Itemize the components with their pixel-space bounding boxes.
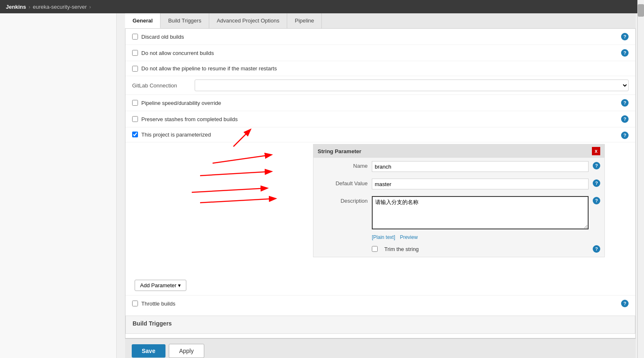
add-parameter-label: Add Parameter: [140, 282, 176, 288]
pipeline-speed-row: Pipeline speed/durability override ?: [125, 95, 635, 111]
parameterized-help-icon[interactable]: ?: [621, 132, 629, 139]
preserve-stashes-row: Preserve stashes from completed builds ?: [125, 111, 635, 127]
param-name-help-icon[interactable]: ?: [593, 162, 600, 169]
top-bar: Jenkins › eureka-security-server ›: [0, 0, 644, 13]
build-triggers-section: Build Triggers: [125, 316, 635, 334]
param-default-label: Default Value: [318, 179, 368, 186]
no-pipeline-resume-label[interactable]: Do not allow the pipeline to resume if t…: [141, 65, 277, 72]
no-concurrent-help-icon[interactable]: ?: [621, 49, 629, 57]
tab-advanced-project-options[interactable]: Advanced Project Options: [209, 13, 287, 28]
sidebar: [0, 13, 117, 358]
plain-text-link[interactable]: [Plain text]: [372, 234, 395, 240]
string-param-header: String Parameter x: [313, 144, 604, 158]
tab-build-triggers[interactable]: Build Triggers: [160, 13, 209, 28]
tab-pipeline[interactable]: Pipeline: [287, 13, 322, 28]
main-layout: General Build Triggers Advanced Project …: [0, 13, 644, 358]
parameterized-checkbox[interactable]: [132, 132, 138, 137]
preserve-stashes-help-icon[interactable]: ?: [621, 115, 629, 123]
throttle-builds-checkbox[interactable]: [132, 301, 138, 306]
brand-label: Jenkins: [6, 4, 26, 10]
breadcrumb-sep1: ›: [28, 4, 30, 10]
param-default-input[interactable]: [372, 179, 589, 189]
param-description-textarea[interactable]: 请输入分支的名称: [372, 196, 589, 229]
string-param-title: String Parameter: [318, 148, 361, 154]
tab-bar: General Build Triggers Advanced Project …: [125, 13, 636, 29]
throttle-builds-row: Throttle builds ?: [125, 295, 635, 311]
trim-checkbox[interactable]: [372, 246, 378, 252]
breadcrumb-sep2: ›: [89, 4, 91, 10]
discard-old-builds-row: Discard old builds ?: [125, 29, 635, 45]
preserve-stashes-checkbox[interactable]: [132, 116, 138, 122]
no-pipeline-resume-checkbox[interactable]: [132, 66, 138, 72]
param-default-help-icon[interactable]: ?: [593, 179, 600, 187]
build-triggers-title: Build Triggers: [133, 320, 628, 327]
throttle-builds-help-icon[interactable]: ?: [621, 300, 629, 307]
apply-button[interactable]: Apply: [169, 344, 204, 358]
string-param-close-button[interactable]: x: [592, 147, 600, 155]
gitlab-connection-label: GitLab Connection: [132, 82, 190, 89]
trim-label[interactable]: Trim the string: [384, 246, 419, 252]
tab-general[interactable]: General: [125, 13, 160, 28]
gitlab-connection-row: GitLab Connection: [125, 76, 635, 95]
no-concurrent-builds-checkbox[interactable]: [132, 50, 138, 56]
pipeline-speed-checkbox[interactable]: [132, 100, 138, 106]
discard-old-builds-help-icon[interactable]: ?: [621, 33, 629, 40]
action-bar: Save Apply: [125, 338, 636, 358]
pipeline-speed-label[interactable]: Pipeline speed/durability override: [141, 100, 221, 106]
config-panel: Discard old builds ? Do not allow concur…: [125, 29, 636, 338]
no-concurrent-builds-label[interactable]: Do not allow concurrent builds: [141, 50, 214, 56]
gitlab-connection-select[interactable]: [195, 80, 629, 91]
param-description-row: Description 请输入分支的名称 ?: [313, 193, 604, 233]
save-button[interactable]: Save: [132, 344, 165, 358]
no-pipeline-resume-row: Do not allow the pipeline to resume if t…: [125, 61, 635, 76]
param-name-input[interactable]: [372, 161, 589, 172]
content-area: General Build Triggers Advanced Project …: [117, 13, 644, 358]
param-name-row: Name ?: [313, 158, 604, 175]
parameterized-row: This project is parameterized ? String P…: [125, 127, 635, 142]
pipeline-speed-help-icon[interactable]: ?: [621, 99, 629, 107]
throttle-builds-label[interactable]: Throttle builds: [141, 301, 175, 307]
param-name-label: Name: [318, 161, 368, 169]
preview-link[interactable]: Preview: [400, 234, 418, 240]
preview-link-row: [Plain text] Preview: [313, 233, 604, 243]
string-parameter-box: String Parameter x Name ? Default Value …: [313, 144, 605, 257]
parameterized-label[interactable]: This project is parameterized: [141, 132, 211, 138]
trim-row: Trim the string ?: [313, 243, 604, 257]
discard-old-builds-checkbox[interactable]: [132, 34, 138, 40]
no-concurrent-builds-row: Do not allow concurrent builds ?: [125, 45, 635, 61]
scrollbar[interactable]: [637, 0, 644, 358]
add-parameter-button[interactable]: Add Parameter ▾: [135, 280, 186, 291]
project-name-label: eureka-security-server: [33, 4, 87, 10]
trim-help-icon[interactable]: ?: [593, 245, 600, 253]
param-default-row: Default Value ?: [313, 175, 604, 193]
discard-old-builds-label[interactable]: Discard old builds: [141, 34, 184, 40]
add-parameter-arrow-icon: ▾: [178, 282, 181, 288]
add-param-row: Add Parameter ▾: [125, 276, 635, 295]
scroll-thumb[interactable]: [638, 4, 644, 17]
preserve-stashes-label[interactable]: Preserve stashes from completed builds: [141, 116, 238, 122]
param-description-label: Description: [318, 196, 368, 204]
param-description-help-icon[interactable]: ?: [593, 197, 600, 204]
